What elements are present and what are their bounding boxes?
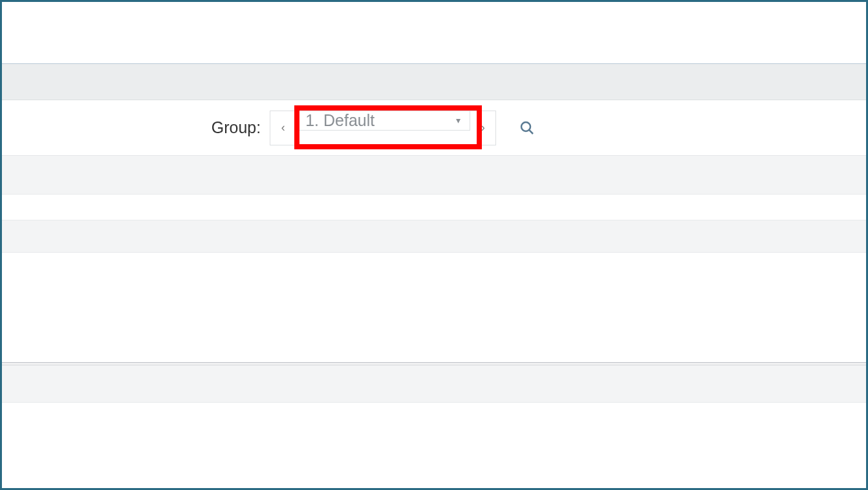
chevron-right-icon: › bbox=[481, 121, 485, 134]
subheader-band bbox=[2, 64, 866, 100]
content-band-2 bbox=[2, 220, 866, 253]
group-navigation: ‹ 1. Default ▾ › bbox=[270, 111, 496, 145]
group-prev-button[interactable]: ‹ bbox=[270, 111, 296, 145]
content-band-1 bbox=[2, 156, 866, 195]
group-dropdown-value: 1. Default bbox=[305, 111, 456, 130]
group-toolbar: Group: ‹ 1. Default ▾ › bbox=[2, 100, 866, 156]
svg-line-1 bbox=[529, 130, 533, 134]
svg-point-0 bbox=[521, 122, 530, 131]
group-dropdown[interactable]: 1. Default ▾ bbox=[296, 111, 470, 131]
search-icon bbox=[519, 120, 535, 136]
group-next-button[interactable]: › bbox=[470, 111, 496, 145]
chevron-left-icon: ‹ bbox=[281, 121, 285, 134]
content-band-3 bbox=[2, 365, 866, 403]
window-frame: Group: ‹ 1. Default ▾ › bbox=[0, 0, 868, 490]
chevron-down-icon: ▾ bbox=[456, 115, 461, 125]
content-row-1 bbox=[2, 195, 866, 220]
search-button[interactable] bbox=[514, 115, 540, 141]
header-blank bbox=[2, 2, 866, 64]
group-label: Group: bbox=[212, 118, 261, 137]
content-main-area bbox=[2, 253, 866, 363]
